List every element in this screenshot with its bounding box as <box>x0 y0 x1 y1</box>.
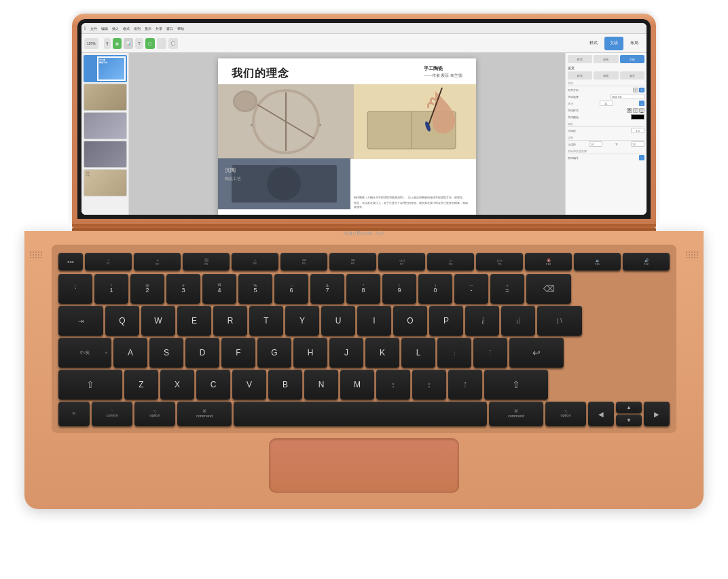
key-command-right[interactable]: ⌘ command <box>489 402 543 426</box>
thumbnail-1[interactable]: 布兰德陶瓷工坊 <box>84 55 127 82</box>
panel-margin-bottom[interactable]: 1.0 <box>631 141 644 147</box>
menu-item-format[interactable]: 格式 <box>123 27 130 31</box>
key-f2[interactable]: ☀ F2 <box>134 253 181 270</box>
panel-pageno-toggle[interactable] <box>639 155 644 160</box>
key-v[interactable]: V <box>232 370 266 400</box>
key-m[interactable]: M <box>340 370 374 400</box>
toolbar-shape-btn[interactable]: ◯ <box>145 38 155 49</box>
panel-tab-style[interactable]: 样式 <box>568 55 592 63</box>
trackpad[interactable] <box>269 438 459 493</box>
align-left-btn[interactable]: ≡ <box>633 88 638 92</box>
panel-subtab-layout2[interactable]: 布局 <box>594 71 618 80</box>
key-h[interactable]: H <box>293 338 327 368</box>
toolbar-media-btn[interactable]: ⬜ <box>157 38 166 49</box>
toolbar-comment-btn[interactable]: 💬 <box>168 38 178 49</box>
italic-btn[interactable]: I <box>633 108 638 113</box>
key-shift-right[interactable]: ⇧ <box>484 370 548 400</box>
key-u[interactable]: U <box>321 306 355 336</box>
panel-tab-layout[interactable]: 布局 <box>594 55 618 63</box>
key-1[interactable]: ! 1 <box>94 274 128 304</box>
key-f[interactable]: F <box>221 338 255 368</box>
key-4[interactable]: ¥$ 4 <box>202 274 236 304</box>
key-quote[interactable]: " ' <box>473 338 507 368</box>
thumbnail-3[interactable] <box>84 112 127 139</box>
key-a[interactable]: A <box>113 338 147 368</box>
key-f4[interactable]: ⚏ F4 <box>232 253 278 270</box>
key-tilde[interactable]: ~ ` <box>58 274 92 304</box>
key-g[interactable]: G <box>257 338 291 368</box>
tab-layout[interactable]: 布局 <box>625 37 644 50</box>
toolbar-chart-btn[interactable]: 📊 <box>124 38 133 49</box>
key-arrow-left[interactable]: ◀ <box>588 402 614 426</box>
tab-document[interactable]: 文稿 <box>604 37 623 50</box>
toolbar-zoom[interactable]: 107% <box>84 38 98 49</box>
key-enter[interactable]: ↩ <box>509 338 564 368</box>
key-f3[interactable]: ⬛ F3 <box>183 253 230 270</box>
key-period[interactable]: » > <box>412 370 446 400</box>
key-right-bracket[interactable]: 」} 】] <box>501 306 535 336</box>
key-option-left[interactable]: ⌥ option <box>134 402 175 426</box>
key-5[interactable]: % 5 <box>238 274 272 304</box>
key-control[interactable]: ⌃ control <box>92 402 132 426</box>
key-equals[interactable]: + = <box>490 274 524 304</box>
key-f5[interactable]: ⌨ F5 <box>280 253 327 270</box>
key-f6[interactable]: ⌨ F6 <box>329 253 376 270</box>
key-d[interactable]: D <box>185 338 219 368</box>
key-option-right[interactable]: ⌥ option <box>545 402 586 426</box>
key-n[interactable]: N <box>304 370 338 400</box>
key-f8[interactable]: ▷ F8 <box>427 253 474 270</box>
tab-style[interactable]: 样式 <box>584 37 603 50</box>
key-t[interactable]: T <box>249 306 283 336</box>
key-k[interactable]: K <box>365 338 399 368</box>
key-7[interactable]: & 7 <box>310 274 344 304</box>
key-l[interactable]: L <box>401 338 435 368</box>
menu-item-window[interactable]: 窗口 <box>166 27 173 31</box>
key-semicolon[interactable]: ; ： <box>437 338 471 368</box>
key-2[interactable]: @ 2 <box>130 274 164 304</box>
key-f1[interactable]: ☀ F1 <box>85 253 132 270</box>
key-arrow-down[interactable]: ▼ <box>616 415 642 426</box>
key-f9[interactable]: ▷▷ F9 <box>476 253 523 270</box>
key-tab[interactable]: ⇥ <box>58 306 103 336</box>
key-c[interactable]: C <box>196 370 230 400</box>
panel-size-input[interactable]: 11 <box>600 101 613 106</box>
key-f10[interactable]: 🔇 F10 <box>525 253 572 270</box>
key-shift-left[interactable]: ⇧ <box>58 370 122 400</box>
key-3[interactable]: # 3 <box>166 274 200 304</box>
apple-menu[interactable]:  <box>84 26 86 31</box>
key-comma[interactable]: « < <box>376 370 410 400</box>
key-f12[interactable]: 🔊 F12 <box>623 253 670 270</box>
key-0[interactable]: ) 0 <box>418 274 452 304</box>
key-command-left[interactable]: ⌘ command <box>177 402 232 426</box>
key-fn[interactable]: fn <box>58 402 90 426</box>
key-f11[interactable]: 🔉 F11 <box>574 253 621 270</box>
key-minus[interactable]: — - <box>454 274 488 304</box>
menu-item-insert[interactable]: 插入 <box>112 27 119 31</box>
key-r[interactable]: R <box>213 306 247 336</box>
key-x[interactable]: X <box>160 370 194 400</box>
key-y[interactable]: Y <box>285 306 319 336</box>
menu-item-file[interactable]: 文件 <box>90 27 97 31</box>
menu-item-help[interactable]: 帮助 <box>177 27 184 31</box>
key-e[interactable]: E <box>177 306 211 336</box>
thumbnail-5[interactable]: 泥刻工仙 <box>84 169 127 196</box>
key-9[interactable]: ( 9 <box>382 274 416 304</box>
key-f7[interactable]: ◁◁ F7 <box>378 253 425 270</box>
panel-color-swatch[interactable] <box>631 114 644 120</box>
key-s[interactable]: S <box>149 338 183 368</box>
menu-item-view[interactable]: 显示 <box>145 27 151 31</box>
panel-linespace-input[interactable]: 1.0 <box>631 128 644 133</box>
panel-subtab-style[interactable]: 样式 <box>568 71 592 80</box>
key-j[interactable]: J <box>329 338 363 368</box>
key-i[interactable]: I <box>357 306 391 336</box>
menu-item-share[interactable]: 共享 <box>156 27 162 31</box>
underline-btn[interactable]: U <box>639 108 644 113</box>
key-z[interactable]: Z <box>124 370 158 400</box>
key-arrow-up[interactable]: ▲ <box>616 402 642 413</box>
panel-margin-top[interactable]: 1.0 <box>589 141 602 147</box>
toolbar-text-box-btn[interactable]: T <box>135 38 143 49</box>
thumbnail-4[interactable] <box>84 141 127 168</box>
key-caps-lock[interactable]: 中/英 <box>58 338 111 368</box>
key-backslash[interactable]: | \ <box>537 306 582 336</box>
toolbar-table-btn[interactable]: ▦ <box>113 38 122 49</box>
